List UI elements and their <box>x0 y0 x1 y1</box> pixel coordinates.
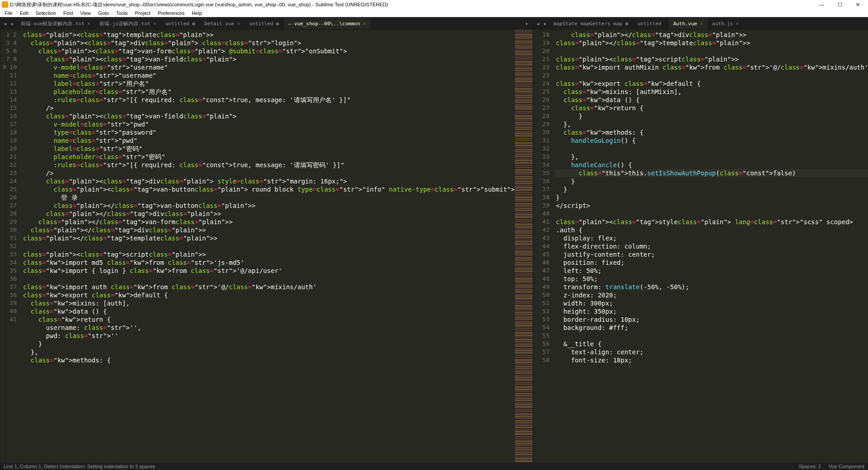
menu-help[interactable]: Help <box>188 10 206 16</box>
tab-label: Detail.vue <box>204 21 234 27</box>
tab-close-icon[interactable]: ● <box>276 20 279 27</box>
tab-detail-vue[interactable]: Detail.vue× <box>200 18 245 29</box>
menu-view[interactable]: View <box>76 10 94 16</box>
tab-label: auth.js <box>712 21 733 27</box>
tab-close-icon[interactable]: × <box>153 20 156 27</box>
status-left: Line 1, Column 1; Detect Indentation: Se… <box>4 464 793 469</box>
menu-selection[interactable]: Selection <box>32 10 60 16</box>
tab-label: 前端-vue框架讲解内容.txt <box>21 20 85 27</box>
right-code-area[interactable]: 18 19 20 21 22 23 24 25 26 27 28 29 30 3… <box>533 30 868 463</box>
tab-close-icon[interactable]: ● <box>625 20 628 27</box>
left-gutter: 1 2 3 4 5 6 7 8 9 10 11 12 13 14 15 16 1… <box>0 30 20 463</box>
tab-auth-js[interactable]: auth.js× <box>708 18 744 29</box>
left-tabbar: ◂ ▸ 前端-vue框架讲解内容.txt×前端-js讲解内容.txt×untit… <box>0 17 533 30</box>
right-gutter: 18 19 20 21 22 23 24 25 26 27 28 29 30 3… <box>533 30 553 463</box>
menu-file[interactable]: File <box>1 10 16 16</box>
tab-nav-back[interactable]: ◂ <box>534 20 541 27</box>
tab-close-icon[interactable]: × <box>700 20 703 27</box>
left-pane: ◂ ▸ 前端-vue框架讲解内容.txt×前端-js讲解内容.txt×untit… <box>0 17 533 463</box>
editor-split: ◂ ▸ 前端-vue框架讲解内容.txt×前端-js讲解内容.txt×untit… <box>0 17 868 463</box>
tab-label: untitled <box>249 21 273 27</box>
menu-find[interactable]: Find <box>60 10 76 16</box>
tab-nav-back[interactable]: ◂ <box>1 20 9 27</box>
tab--vue-shop-00-common[interactable]: — vue_shop--00\..\common× <box>284 18 371 29</box>
close-window-button[interactable]: ✕ <box>853 2 863 8</box>
left-code[interactable]: class="plain"><class="tag">templateclass… <box>20 30 514 463</box>
tab-label: untitled <box>637 21 661 27</box>
tab-label: untitled <box>165 21 189 27</box>
tab-nav-fwd[interactable]: ▸ <box>542 20 549 27</box>
tab-label: 前端-js讲解内容.txt <box>99 20 150 27</box>
main-area: ↖ ▸mixins▸router▸store▸utils▾views▸addre… <box>0 17 868 463</box>
tab-label: mapState mapGetters map <box>553 21 622 27</box>
app-icon <box>2 1 8 8</box>
tab-nav-fwd[interactable]: ▸ <box>9 20 16 27</box>
menu-preferences[interactable]: Preferences <box>154 10 188 16</box>
minimize-button[interactable]: — <box>816 2 827 8</box>
tab--vue-txt[interactable]: 前端-vue框架讲解内容.txt× <box>16 18 95 29</box>
status-spaces[interactable]: Spaces: 2 <box>799 464 821 469</box>
tab-close-icon[interactable]: × <box>87 20 90 27</box>
status-language[interactable]: Vue Component <box>829 464 864 469</box>
tab-close-icon[interactable]: × <box>237 20 240 27</box>
tab-untitled[interactable]: untitled● <box>245 18 283 29</box>
left-minimap[interactable] <box>514 30 533 463</box>
tab-close-icon[interactable]: × <box>363 20 366 27</box>
title-text: D:\网络授课\录制的课程\vue-H5-B2C-项目\demo\vue_sho… <box>10 1 388 8</box>
menu-tools[interactable]: Tools <box>113 10 132 16</box>
tab-overflow[interactable]: ▾ <box>521 20 532 27</box>
menu-bar: FileEditSelectionFindViewGotoToolsProjec… <box>0 9 868 17</box>
tab-auth-vue[interactable]: Auth.vue× <box>669 18 708 29</box>
right-tabbar: ◂ ▸ mapState mapGetters map●untitledAuth… <box>533 17 868 30</box>
title-bar: D:\网络授课\录制的课程\vue-H5-B2C-项目\demo\vue_sho… <box>0 0 868 9</box>
window-controls: — ☐ ✕ <box>816 2 866 8</box>
tab-label: — vue_shop--00\..\common <box>288 21 360 27</box>
tab-untitled[interactable]: untitled <box>633 18 669 29</box>
menu-goto[interactable]: Goto <box>94 10 113 16</box>
status-bar: Line 1, Column 1; Detect Indentation: Se… <box>0 463 868 470</box>
menu-project[interactable]: Project <box>132 10 154 16</box>
tab-untitled[interactable]: untitled● <box>161 18 200 29</box>
right-code[interactable]: class="plain"></class="tag">divclass="pl… <box>553 30 868 463</box>
tab-label: Auth.vue <box>673 21 697 27</box>
tab--js-txt[interactable]: 前端-js讲解内容.txt× <box>95 18 161 29</box>
menu-edit[interactable]: Edit <box>16 10 32 16</box>
tab-close-icon[interactable]: × <box>736 20 739 27</box>
right-pane: ◂ ▸ mapState mapGetters map●untitledAuth… <box>533 17 868 463</box>
maximize-button[interactable]: ☐ <box>835 2 845 8</box>
tab-mapstate-mapgetters-map[interactable]: mapState mapGetters map● <box>549 18 633 29</box>
tab-close-icon[interactable]: ● <box>192 20 195 27</box>
left-code-area[interactable]: 1 2 3 4 5 6 7 8 9 10 11 12 13 14 15 16 1… <box>0 30 533 463</box>
status-right: Spaces: 2 Vue Component <box>793 464 864 469</box>
